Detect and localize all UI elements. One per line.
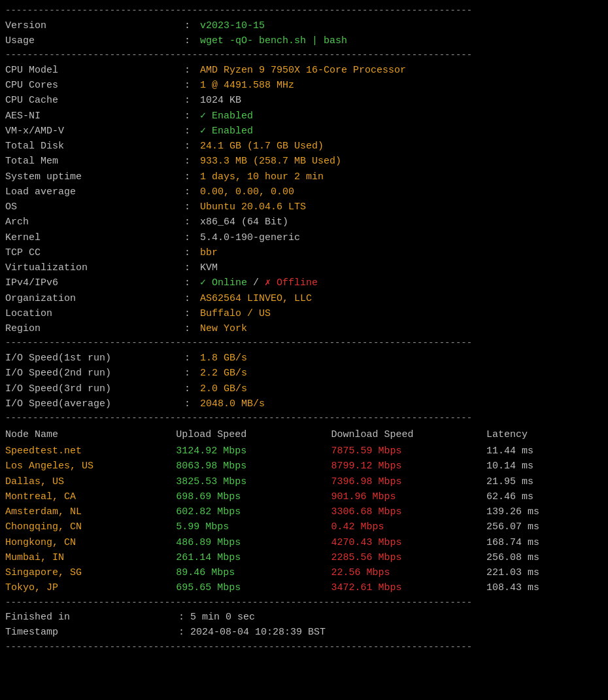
node-name: Speedtest.net	[5, 444, 176, 459]
node-name: Amsterdam, NL	[5, 504, 176, 519]
os-row: OS : Ubuntu 20.04.6 LTS	[5, 200, 603, 215]
kernel-label: Kernel	[5, 230, 178, 245]
divider-5: ----------------------------------------…	[5, 640, 603, 655]
ioavg-value: 2048.0 MB/s	[200, 396, 265, 411]
upload-speed: 89.46 Mbps	[176, 565, 331, 580]
region-row: Region : New York	[5, 321, 603, 336]
finished-value: : 5 min 0 sec	[178, 610, 255, 625]
node-name: Montreal, CA	[5, 489, 176, 504]
col-latency-header: Latency	[486, 427, 603, 444]
io1-value: 1.8 GB/s	[200, 351, 247, 366]
upload-speed: 261.14 Mbps	[176, 550, 331, 565]
node-name: Dallas, US	[5, 474, 176, 489]
tcp-value: bbr	[200, 245, 218, 260]
org-label: Organization	[5, 291, 178, 306]
org-value: AS62564 LINVEO, LLC	[200, 291, 312, 306]
latency: 139.26 ms	[486, 504, 603, 519]
latency: 21.95 ms	[486, 474, 603, 489]
table-row: Hongkong, CN486.89 Mbps4270.43 Mbps168.7…	[5, 535, 603, 550]
download-speed: 8799.12 Mbps	[331, 459, 486, 474]
region-label: Region	[5, 321, 178, 336]
upload-speed: 3825.53 Mbps	[176, 474, 331, 489]
io3-value: 2.0 GB/s	[200, 381, 247, 396]
ipv-offline: ✗ Offline	[265, 275, 318, 290]
version-row: Version : v2023-10-15	[5, 18, 603, 33]
latency: 11.44 ms	[486, 444, 603, 459]
cpu-model-row: CPU Model : AMD Ryzen 9 7950X 16-Core Pr…	[5, 63, 603, 78]
loc-row: Location : Buffalo / US	[5, 306, 603, 321]
virt-row: Virtualization : KVM	[5, 260, 603, 275]
timestamp-row: Timestamp : 2024-08-04 10:28:39 BST	[5, 625, 603, 640]
io1-label: I/O Speed(1st run)	[5, 351, 178, 366]
node-name: Mumbai, IN	[5, 550, 176, 565]
upload-speed: 698.69 Mbps	[176, 489, 331, 504]
table-row: Tokyo, JP695.65 Mbps3472.61 Mbps108.43 m…	[5, 580, 603, 595]
ioavg-row: I/O Speed(average) : 2048.0 MB/s	[5, 396, 603, 411]
vmamd-label: VM-x/AMD-V	[5, 124, 178, 139]
load-value: 0.00, 0.00, 0.00	[200, 184, 294, 200]
upload-speed: 5.99 Mbps	[176, 519, 331, 534]
latency: 10.14 ms	[486, 459, 603, 474]
download-speed: 7875.59 Mbps	[331, 444, 486, 459]
latency: 108.43 ms	[486, 580, 603, 595]
table-row: Chongqing, CN5.99 Mbps0.42 Mbps256.07 ms	[5, 519, 603, 534]
table-row: Amsterdam, NL602.82 Mbps3306.68 Mbps139.…	[5, 504, 603, 519]
io1-row: I/O Speed(1st run) : 1.8 GB/s	[5, 351, 603, 366]
aes-label: AES-NI	[5, 109, 178, 124]
tcp-label: TCP CC	[5, 245, 178, 260]
latency: 256.08 ms	[486, 550, 603, 565]
ipv-sep: /	[247, 275, 265, 290]
download-speed: 22.56 Mbps	[331, 565, 486, 580]
latency: 168.74 ms	[486, 535, 603, 550]
arch-value: x86_64 (64 Bit)	[200, 215, 288, 230]
header-divider: ----------------------------------------…	[5, 4, 603, 18]
mem-label: Total Mem	[5, 154, 178, 169]
io2-value: 2.2 GB/s	[200, 366, 247, 381]
os-label: OS	[5, 200, 178, 215]
download-speed: 0.42 Mbps	[331, 519, 486, 534]
uptime-row: System uptime : 1 days, 10 hour 2 min	[5, 169, 603, 184]
upload-speed: 602.82 Mbps	[176, 504, 331, 519]
cpu-cores-row: CPU Cores : 1 @ 4491.588 MHz	[5, 78, 603, 93]
usage-label: Usage	[5, 33, 178, 48]
latency: 221.03 ms	[486, 565, 603, 580]
disk-row: Total Disk : 24.1 GB (1.7 GB Used)	[5, 139, 603, 154]
cpu-cache-row: CPU Cache : 1024 KB	[5, 93, 603, 108]
ipv-online: ✓ Online	[200, 275, 247, 290]
disk-label: Total Disk	[5, 139, 178, 154]
download-speed: 4270.43 Mbps	[331, 535, 486, 550]
kernel-row: Kernel : 5.4.0-190-generic	[5, 230, 603, 245]
node-name: Hongkong, CN	[5, 535, 176, 550]
version-value: v2023-10-15	[200, 18, 265, 33]
kernel-value: 5.4.0-190-generic	[200, 230, 300, 245]
virt-value: KVM	[200, 260, 218, 275]
node-name: Los Angeles, US	[5, 459, 176, 474]
usage-row: Usage : wget -qO- bench.sh | bash	[5, 33, 603, 48]
download-speed: 901.96 Mbps	[331, 489, 486, 504]
latency: 256.07 ms	[486, 519, 603, 534]
version-label: Version	[5, 18, 178, 33]
arch-row: Arch : x86_64 (64 Bit)	[5, 215, 603, 230]
cpu-cores-label: CPU Cores	[5, 78, 178, 93]
usage-value: wget -qO- bench.sh | bash	[200, 33, 347, 48]
mem-value: 933.3 MB (258.7 MB Used)	[200, 154, 341, 169]
arch-label: Arch	[5, 215, 178, 230]
upload-speed: 486.89 Mbps	[176, 535, 331, 550]
latency: 62.46 ms	[486, 489, 603, 504]
load-row: Load average : 0.00, 0.00, 0.00	[5, 184, 603, 200]
vmamd-row: VM-x/AMD-V : ✓ Enabled	[5, 124, 603, 139]
vmamd-value: ✓ Enabled	[200, 124, 253, 139]
divider-4: ----------------------------------------…	[5, 596, 603, 610]
table-row: Speedtest.net3124.92 Mbps7875.59 Mbps11.…	[5, 444, 603, 459]
tcp-row: TCP CC : bbr	[5, 245, 603, 260]
io3-row: I/O Speed(3rd run) : 2.0 GB/s	[5, 381, 603, 396]
download-speed: 7396.98 Mbps	[331, 474, 486, 489]
col-download-header: Download Speed	[331, 427, 486, 444]
cpu-cache-value: 1024 KB	[200, 93, 241, 108]
divider-1: ----------------------------------------…	[5, 48, 603, 63]
io2-row: I/O Speed(2nd run) : 2.2 GB/s	[5, 366, 603, 381]
aes-row: AES-NI : ✓ Enabled	[5, 109, 603, 124]
table-row: Dallas, US3825.53 Mbps7396.98 Mbps21.95 …	[5, 474, 603, 489]
divider-2: ----------------------------------------…	[5, 336, 603, 351]
table-row: Montreal, CA698.69 Mbps901.96 Mbps62.46 …	[5, 489, 603, 504]
